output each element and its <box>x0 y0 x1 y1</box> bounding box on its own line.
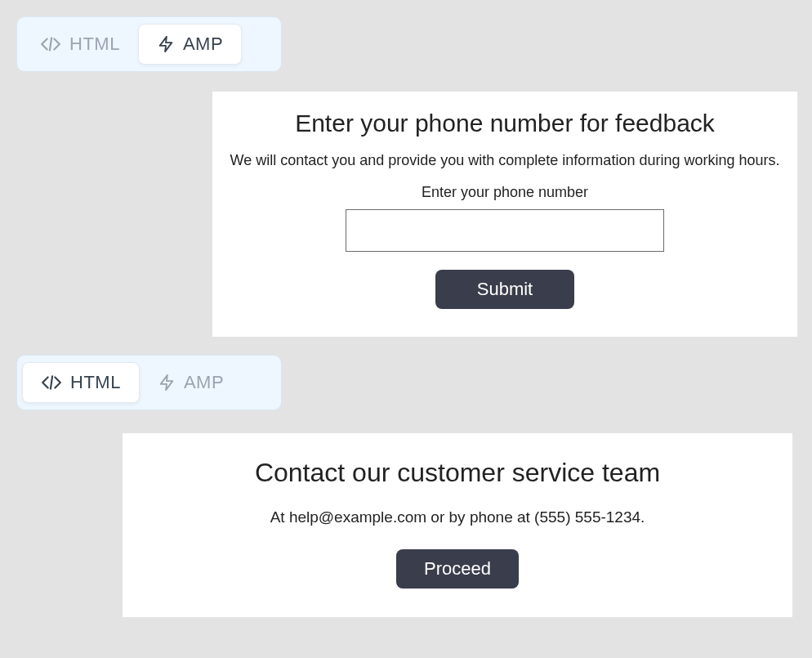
lightning-icon <box>157 35 175 53</box>
tab-amp[interactable]: AMP <box>140 363 242 402</box>
card-title: Enter your phone number for feedback <box>229 110 781 137</box>
tab-label: AMP <box>183 34 223 55</box>
svg-line-0 <box>50 38 51 50</box>
submit-button[interactable]: Submit <box>435 270 574 309</box>
format-switcher-1: HTML AMP <box>16 16 282 72</box>
proceed-button[interactable]: Proceed <box>396 549 519 589</box>
tab-html[interactable]: HTML <box>22 25 138 64</box>
tab-html[interactable]: HTML <box>22 362 140 403</box>
format-switcher-2: HTML AMP <box>16 355 282 410</box>
phone-field-label: Enter your phone number <box>229 184 781 201</box>
lightning-icon <box>158 374 176 392</box>
code-icon <box>41 372 62 393</box>
tab-label: HTML <box>70 372 121 393</box>
tab-label: HTML <box>69 34 120 55</box>
phone-input[interactable] <box>346 209 664 252</box>
svg-marker-1 <box>160 37 172 51</box>
tab-amp[interactable]: AMP <box>138 24 242 65</box>
card-subtitle: At help@example.com or by phone at (555)… <box>139 508 776 526</box>
feedback-card: Enter your phone number for feedback We … <box>212 92 797 337</box>
card-title: Contact our customer service team <box>139 458 776 488</box>
code-icon <box>40 34 61 55</box>
card-subtitle: We will contact you and provide you with… <box>229 152 781 169</box>
tab-label: AMP <box>184 372 224 393</box>
svg-line-2 <box>51 376 52 388</box>
contact-card: Contact our customer service team At hel… <box>123 433 792 617</box>
svg-marker-3 <box>161 375 173 390</box>
